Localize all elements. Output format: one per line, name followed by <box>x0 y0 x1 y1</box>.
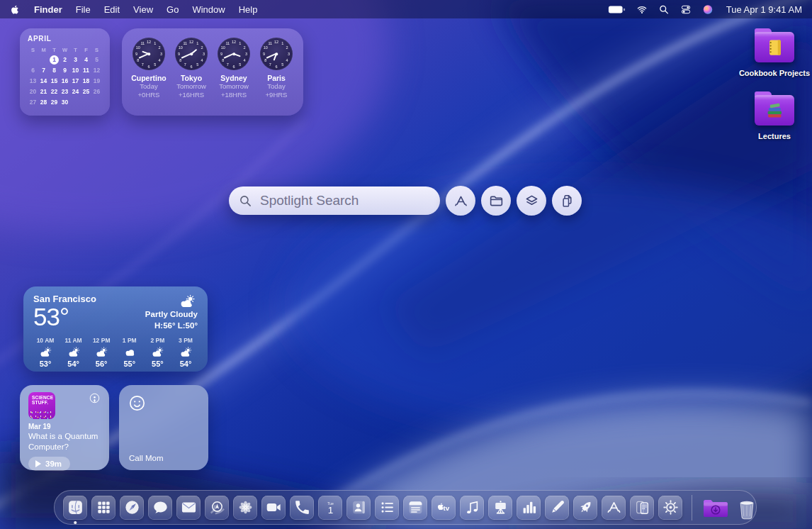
search-icon[interactable] <box>658 4 670 15</box>
hour-label: 11 AM <box>62 337 86 344</box>
clock-numeral: 9 <box>220 52 222 56</box>
world-clock-widget[interactable]: 123456789101112 Cupertino Today +0HRS 12… <box>122 28 303 116</box>
menu-item[interactable]: File <box>76 4 91 15</box>
siri-icon[interactable] <box>702 4 714 15</box>
dock-facetime[interactable] <box>261 496 286 520</box>
calendar-day <box>70 97 81 107</box>
hour-temperature: 54° <box>62 360 86 368</box>
podcasts-app-icon <box>89 392 101 404</box>
menubar-clock[interactable]: Tue Apr 1 9:41 AM <box>726 4 802 15</box>
podcast-duration: 39m <box>45 460 62 468</box>
menu-item[interactable]: View <box>133 4 153 15</box>
menu-item[interactable]: Window <box>192 4 225 15</box>
dock-photos[interactable] <box>233 496 257 520</box>
dock-trash[interactable] <box>734 496 760 520</box>
calendar-widget[interactable]: APRIL SMTWTFS 12345678910111213141516171… <box>20 28 110 116</box>
menu-item[interactable]: Help <box>239 4 258 15</box>
world-clock: 123456789101112 Sydney Tomorrow +18HRS <box>213 38 254 100</box>
dock-maps[interactable] <box>205 496 229 520</box>
dock-downloads-folder[interactable] <box>701 496 730 520</box>
dock-safari[interactable] <box>120 496 144 520</box>
files-folder-icon <box>488 193 504 209</box>
dock-music[interactable] <box>460 496 484 520</box>
weather-hour: 12 PM 56° <box>89 337 113 368</box>
menu-item[interactable]: Go <box>167 4 179 15</box>
reminders-icon <box>375 496 399 520</box>
menu-item[interactable]: Edit <box>104 4 120 15</box>
world-clock: 123456789101112 Paris Today +9HRS <box>256 38 297 100</box>
desktop-folder[interactable]: Cookbook Projects <box>735 32 812 77</box>
settings-icon <box>658 496 682 520</box>
clock-city-label: Paris <box>256 74 297 82</box>
spotlight-category-button[interactable] <box>446 186 475 216</box>
dock-numbers[interactable] <box>517 496 541 520</box>
podcast-play-button[interactable]: 39m <box>28 457 70 471</box>
dock-notes[interactable] <box>403 496 427 520</box>
clock-center-pin <box>190 52 193 55</box>
calendar-day: 16 <box>60 76 70 86</box>
weather-hour: 3 PM 54° <box>174 337 198 368</box>
dock-pages[interactable] <box>545 496 569 520</box>
dock-mail[interactable] <box>176 496 201 520</box>
clock-numeral: 12 <box>232 40 236 44</box>
dock-tv[interactable]: tv <box>432 496 456 520</box>
spotlight-category-button[interactable] <box>517 186 546 216</box>
clock-numeral: 5 <box>281 62 283 67</box>
weather-hour: 11 AM 54° <box>62 337 86 368</box>
calendar-day: 9 <box>60 65 70 75</box>
calendar-day: 23 <box>60 87 70 96</box>
dock-settings[interactable] <box>658 496 682 520</box>
control-center-icon[interactable] <box>680 4 692 15</box>
dock-games[interactable] <box>573 496 597 520</box>
clock-city-label: Sydney <box>213 74 254 82</box>
clock-numeral: 6 <box>190 65 192 69</box>
messages-icon <box>148 496 172 520</box>
apple-menu[interactable] <box>10 4 21 16</box>
spotlight-search-bar[interactable] <box>229 186 440 215</box>
contacts-icon <box>346 496 371 520</box>
play-icon <box>35 460 41 467</box>
clock-day-label: Tomorrow <box>171 82 212 91</box>
calendar-day-header: M <box>38 46 49 54</box>
dock-reminders[interactable] <box>375 496 399 520</box>
desktop: FinderFileEditViewGoWindowHelp Tue Apr 1… <box>0 0 812 529</box>
dock-keynote[interactable] <box>488 496 512 520</box>
dock-launchpad[interactable] <box>91 496 115 520</box>
dock-contacts[interactable] <box>346 496 371 520</box>
dock-appstore[interactable] <box>602 496 626 520</box>
desktop-folder[interactable]: Lectures <box>735 95 812 140</box>
reminder-widget[interactable]: Call Mom <box>119 385 208 470</box>
dock-calendar[interactable]: Tue1 <box>318 496 342 520</box>
dock-iphone-mirroring[interactable] <box>630 496 654 520</box>
folder-label: Cookbook Projects <box>735 69 812 77</box>
dock: Tue1 tv <box>54 490 757 525</box>
maps-icon <box>205 496 229 520</box>
menu-item[interactable]: Finder <box>34 4 62 15</box>
calendar-day: 13 <box>28 76 38 86</box>
dock-phone[interactable] <box>290 496 314 520</box>
apps-a-icon <box>453 193 469 209</box>
battery-icon[interactable] <box>608 4 626 15</box>
cloud-icon <box>120 346 139 358</box>
music-icon <box>460 496 484 520</box>
calendar-day: 22 <box>49 87 60 96</box>
clock-city-label: Tokyo <box>171 74 212 82</box>
clock-numeral: 5 <box>239 62 241 67</box>
weather-widget[interactable]: San Francisco 53° Partly Cloudy H:56° L:… <box>23 286 208 372</box>
artwork-title-line2: STUFF. <box>32 400 55 405</box>
hour-label: 12 PM <box>89 337 113 344</box>
calendar-day: 24 <box>70 87 81 96</box>
weather-hour: 2 PM 55° <box>145 337 169 368</box>
podcast-widget[interactable]: SCIENCE STUFF. Mar 19 What is a Quantum … <box>20 385 109 470</box>
pages-icon <box>545 496 569 520</box>
spotlight-category-button[interactable] <box>552 186 582 216</box>
dock-messages[interactable] <box>148 496 172 520</box>
wifi-icon[interactable] <box>636 4 648 15</box>
clock-numeral: 10 <box>179 45 183 50</box>
spotlight-category-button[interactable] <box>481 186 511 216</box>
dock-finder[interactable] <box>63 496 87 520</box>
spotlight-search-input[interactable] <box>259 192 435 209</box>
clock-numeral: 1 <box>239 41 241 45</box>
clock-numeral: 6 <box>232 65 235 69</box>
folder-icon <box>755 32 794 62</box>
